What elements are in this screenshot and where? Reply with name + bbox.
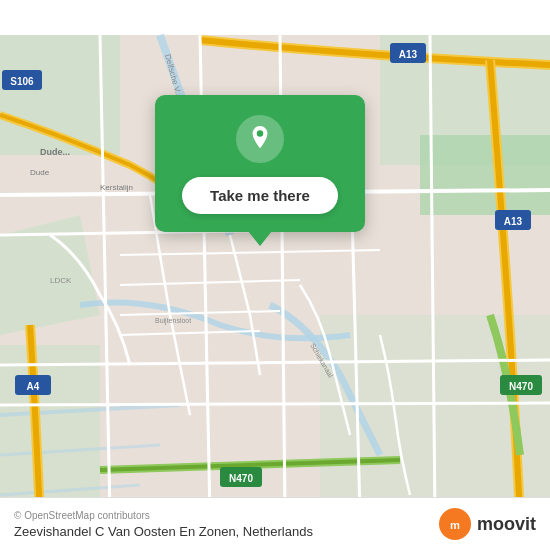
svg-text:m: m [450,519,460,531]
svg-text:LDCK: LDCK [50,276,72,285]
location-pin-icon [247,126,273,152]
location-icon-circle [236,115,284,163]
moovit-logo: m moovit [439,508,536,540]
svg-text:A4: A4 [27,381,40,392]
svg-text:N470: N470 [509,381,533,392]
svg-text:A13: A13 [399,49,418,60]
svg-text:A13: A13 [504,216,523,227]
location-name: Zeevishandel C Van Oosten En Zonen, Neth… [14,524,313,539]
map-container: S106 A13 A13 A4 N470 N470 Delfsche V... … [0,0,550,550]
svg-text:Dude...: Dude... [40,147,70,157]
moovit-brand-text: moovit [477,514,536,535]
svg-text:S106: S106 [10,76,34,87]
moovit-brand-icon: m [439,508,471,540]
svg-text:Dude: Dude [30,168,50,177]
copyright-text: © OpenStreetMap contributors [14,510,313,521]
svg-line-14 [0,403,550,405]
map-svg: S106 A13 A13 A4 N470 N470 Delfsche V... … [0,0,550,550]
svg-text:N470: N470 [229,473,253,484]
bottom-left: © OpenStreetMap contributors Zeevishande… [14,510,313,539]
take-me-there-button[interactable]: Take me there [182,177,338,214]
svg-text:Kerstalijn: Kerstalijn [100,183,133,192]
svg-point-43 [257,130,264,137]
popup-card: Take me there [155,95,365,232]
svg-rect-3 [420,135,550,215]
bottom-bar: © OpenStreetMap contributors Zeevishande… [0,497,550,550]
svg-text:Buijtensloot: Buijtensloot [155,317,191,325]
